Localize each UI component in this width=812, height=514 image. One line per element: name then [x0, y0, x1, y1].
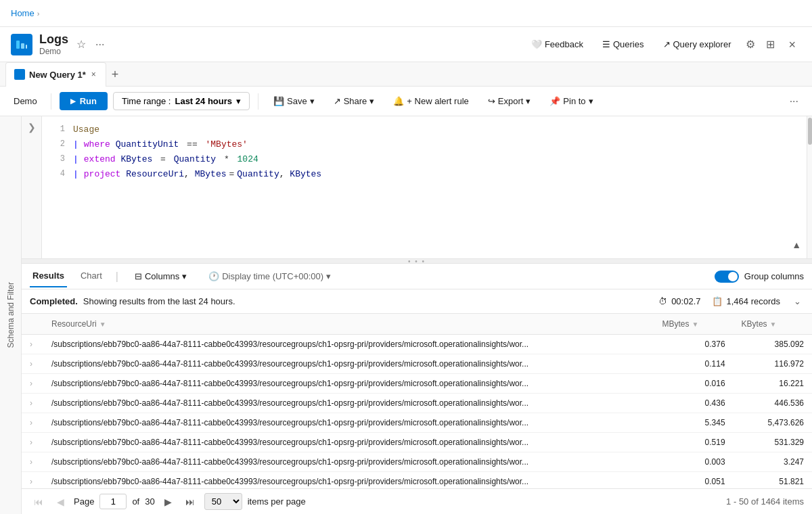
status-bar: Completed. Showing results from the last… [22, 289, 812, 314]
app-title-actions: ☆ ··· [74, 35, 107, 53]
collapse-sidebar-button[interactable]: ❯ [22, 116, 42, 258]
resource-uri-cell-3: /subscriptions/ebb79bc0-aa86-44a7-8111-c… [43, 394, 654, 413]
save-button[interactable]: 💾 Save ▾ [267, 93, 321, 110]
close-button[interactable]: × [783, 34, 801, 55]
export-button[interactable]: ↪ Export ▾ [481, 93, 538, 110]
code-line-3: 3 | extend KBytes = Quantity * 1024 [42, 151, 807, 166]
page-last-button[interactable]: ⏭ [181, 494, 199, 510]
resource-uri-filter-icon[interactable]: ▼ [99, 321, 106, 328]
code-line-1: 1 Usage [42, 122, 807, 137]
share-button[interactable]: ↗ Share ▾ [327, 93, 382, 110]
queries-label: Queries [613, 39, 644, 49]
table-row: › /subscriptions/ebb79bc0-aa86-44a7-8111… [22, 354, 812, 374]
display-time-button[interactable]: 🕐 Display time (UTC+00:00) ▾ [203, 268, 336, 284]
time-range-value: Last 24 hours [175, 96, 232, 106]
total-pages: 30 [145, 496, 154, 507]
status-completed: Completed. [30, 296, 78, 306]
group-columns-toggle[interactable] [715, 271, 739, 283]
resource-uri-cell-5: /subscriptions/ebb79bc0-aa86-44a7-8111-c… [43, 433, 654, 452]
time-range-chevron: ▾ [236, 96, 241, 106]
records-icon: 📋 [712, 296, 723, 306]
queries-button[interactable]: ☰ Queries [595, 35, 651, 53]
page-prev-button[interactable]: ◀ [53, 494, 68, 510]
kbytes-cell-0: 385.092 [734, 335, 812, 354]
resource-uri-cell-7: /subscriptions/ebb79bc0-aa86-44a7-8111-c… [43, 472, 654, 489]
feedback-button[interactable]: 🤍 Feedback [524, 35, 590, 53]
mbytes-cell-0: 0.376 [654, 335, 733, 354]
tab-close-button[interactable]: × [90, 69, 97, 80]
editor-vertical-scrollbar[interactable] [807, 116, 812, 258]
new-alert-icon: 🔔 [393, 96, 404, 106]
time-range-button[interactable]: Time range : Last 24 hours ▾ [113, 92, 250, 110]
svg-rect-0 [16, 41, 20, 49]
settings-button[interactable]: ⚙ [743, 35, 758, 53]
mbytes-filter-icon[interactable]: ▼ [692, 321, 698, 328]
home-link[interactable]: Home [11, 8, 35, 18]
run-button[interactable]: ▶ Run [60, 92, 108, 110]
page-size-select[interactable]: 50 100 200 [204, 493, 242, 510]
row-expand-7[interactable]: › [22, 472, 43, 489]
mbytes-cell-3: 0.436 [654, 394, 733, 413]
main-content: Schema and Filter ❯ 1 Usage 2 | where Qu… [0, 116, 812, 514]
more-options-button[interactable]: ··· [93, 36, 107, 53]
tab-bar: New Query 1* × + [0, 62, 812, 87]
kbytes-filter-icon[interactable]: ▼ [770, 321, 777, 328]
mbytes-cell-7: 0.051 [654, 472, 733, 489]
results-tab-chart[interactable]: Chart [78, 265, 105, 287]
results-table: ResourceUri ▼ MBytes ▼ [22, 314, 812, 488]
run-icon: ▶ [70, 97, 76, 105]
row-expand-6[interactable]: › [22, 452, 43, 472]
svg-rect-2 [26, 45, 27, 49]
share-chevron: ▾ [369, 96, 374, 106]
table-row: › /subscriptions/ebb79bc0-aa86-44a7-8111… [22, 413, 812, 433]
editor-scroll-area[interactable]: 1 Usage 2 | where QuantityUnit == 'MByte… [42, 116, 807, 258]
collapse-editor-button[interactable]: ▲ [789, 237, 804, 253]
pagination-total: 1 - 50 of 1464 items [726, 496, 804, 507]
columns-button[interactable]: ⊟ Columns ▾ [129, 268, 192, 284]
toggle-thumb [728, 272, 738, 281]
expand-results-button[interactable]: ⌄ [791, 294, 804, 309]
page-first-button[interactable]: ⏮ [30, 494, 47, 510]
pin-icon: 📌 [549, 96, 560, 106]
mbytes-cell-6: 0.003 [654, 452, 733, 472]
svg-rect-1 [21, 43, 24, 49]
new-alert-button[interactable]: 🔔 + New alert rule [386, 93, 475, 110]
row-expand-2[interactable]: › [22, 374, 43, 394]
clock-icon-small: ⏱ [658, 296, 667, 306]
favorite-button[interactable]: ☆ [74, 35, 89, 53]
page-next-button[interactable]: ▶ [160, 494, 176, 510]
page-input[interactable] [99, 494, 127, 509]
view-toggle-button[interactable]: ⊞ [763, 35, 777, 53]
app-title-group: Logs Demo [39, 32, 68, 57]
mbytes-cell-5: 0.519 [654, 433, 733, 452]
columns-icon: ⊟ [135, 271, 142, 281]
query-tab[interactable]: New Query 1* × [5, 62, 106, 87]
time-range-label: Time range : [122, 96, 171, 106]
mbytes-cell-1: 0.114 [654, 354, 733, 374]
row-expand-1[interactable]: › [22, 354, 43, 374]
display-time-chevron: ▾ [326, 271, 331, 281]
feedback-label: Feedback [545, 39, 583, 49]
new-tab-button[interactable]: + [106, 66, 125, 83]
query-explorer-button[interactable]: ↗ Query explorer [656, 35, 738, 53]
editor-area: ❯ 1 Usage 2 | where QuantityUnit == 'MBy… [22, 116, 812, 514]
collapse-icon: ❯ [28, 122, 36, 133]
pin-to-button[interactable]: 📌 Pin to ▾ [543, 93, 600, 110]
feedback-icon: 🤍 [531, 39, 542, 49]
row-expand-0[interactable]: › [22, 335, 43, 354]
side-panel-label: Schema and Filter [6, 282, 16, 348]
row-expand-4[interactable]: › [22, 413, 43, 433]
header-right: 🤍 Feedback ☰ Queries ↗ Query explorer ⚙ … [524, 34, 801, 55]
table-row: › /subscriptions/ebb79bc0-aa86-44a7-8111… [22, 394, 812, 413]
kbytes-cell-6: 3.247 [734, 452, 812, 472]
data-table-wrap[interactable]: ResourceUri ▼ MBytes ▼ [22, 314, 812, 488]
row-expand-3[interactable]: › [22, 394, 43, 413]
results-tab-results[interactable]: Results [30, 265, 67, 287]
pin-chevron: ▾ [589, 96, 593, 106]
run-label: Run [80, 96, 97, 106]
app-subtitle: Demo [39, 47, 68, 56]
export-chevron: ▾ [526, 96, 531, 106]
row-expand-5[interactable]: › [22, 433, 43, 452]
resize-handle[interactable]: • • • [22, 258, 812, 264]
toolbar-more-button[interactable]: ··· [784, 92, 804, 111]
